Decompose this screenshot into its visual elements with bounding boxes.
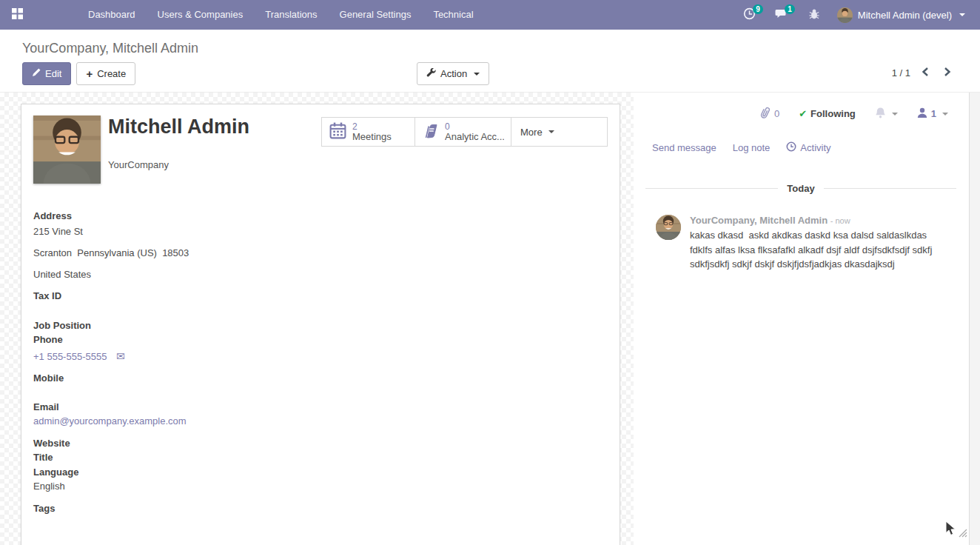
mobile-label: Mobile xyxy=(33,372,64,384)
chatter-panel: 0 ✔ Following 1 Send message xyxy=(634,93,969,545)
caret-down-icon xyxy=(959,13,965,16)
send-message-button[interactable]: Send message xyxy=(652,142,716,153)
more-label: More xyxy=(520,127,543,138)
chevron-left-icon xyxy=(921,67,930,79)
language-label: Language xyxy=(33,467,78,478)
contact-photo[interactable] xyxy=(33,116,101,184)
page: Dashboard Users & Companies Translations… xyxy=(0,0,980,545)
message-avatar xyxy=(656,215,681,240)
street-value: 215 Vine St xyxy=(33,225,83,238)
date-divider: Today xyxy=(645,183,956,194)
menu-technical[interactable]: Technical xyxy=(422,0,484,30)
tags-label: Tags xyxy=(33,503,55,514)
menu-users-companies[interactable]: Users & Companies xyxy=(147,0,255,30)
pager-value: 1 / 1 xyxy=(892,67,910,78)
resize-grip[interactable] xyxy=(956,526,967,540)
book-icon xyxy=(422,122,440,142)
bug-icon xyxy=(808,8,820,22)
menu-translations[interactable]: Translations xyxy=(254,0,328,30)
following-button[interactable]: ✔ Following xyxy=(799,108,856,119)
user-avatar xyxy=(837,7,853,23)
wrench-icon xyxy=(426,68,436,80)
meetings-label: Meetings xyxy=(352,132,392,142)
title-label: Title xyxy=(33,452,53,463)
user-menu[interactable]: Mitchell Admin (devel) xyxy=(833,0,970,30)
chatter-message: YourCompany, Mitchell Admin - now kakas … xyxy=(656,215,950,272)
analytic-accounts-stat-button[interactable]: 0 Analytic Acc... xyxy=(415,118,511,146)
user-name: Mitchell Admin (devel) xyxy=(858,10,952,21)
main-menu-bar: Dashboard Users & Companies Translations… xyxy=(77,0,485,30)
contact-name: Mitchell Admin xyxy=(108,116,249,138)
message-author[interactable]: YourCompany, Mitchell Admin xyxy=(690,215,828,226)
followers-icon xyxy=(917,107,927,121)
phone-link[interactable]: +1 555-555-5555 xyxy=(33,351,107,362)
more-dropdown-button[interactable]: More xyxy=(511,118,563,146)
attachments-button[interactable]: 0 xyxy=(759,106,779,121)
attachments-count: 0 xyxy=(774,108,779,119)
create-button-label: Create xyxy=(97,68,126,79)
pager-previous-button[interactable] xyxy=(918,65,933,81)
activities-systray-button[interactable]: 9 xyxy=(736,0,762,30)
chatter-actions: Send message Log note Activity xyxy=(652,141,831,154)
breadcrumb[interactable]: YourCompany, Mitchell Admin xyxy=(22,41,198,56)
address-label: Address xyxy=(33,210,72,221)
top-navbar: Dashboard Users & Companies Translations… xyxy=(0,0,980,30)
analytic-accounts-count: 0 xyxy=(445,121,504,132)
apps-menu-icon xyxy=(11,7,24,22)
check-icon: ✔ xyxy=(799,108,807,119)
website-label: Website xyxy=(33,438,70,449)
messages-count-badge: 1 xyxy=(785,4,796,14)
stat-button-box: 2 Meetings 0 Analytic Acc... More xyxy=(321,117,608,147)
meetings-count: 2 xyxy=(352,121,392,132)
edit-button[interactable]: Edit xyxy=(22,62,71,85)
paperclip-icon xyxy=(759,106,771,121)
control-panel: YourCompany, Mitchell Admin Edit + Creat… xyxy=(0,30,980,93)
message-timestamp: - now xyxy=(830,216,850,225)
email-link[interactable]: admin@yourcompany.example.com xyxy=(33,415,187,427)
meetings-stat-button[interactable]: 2 Meetings xyxy=(322,118,415,146)
action-dropdown-button[interactable]: Action xyxy=(417,62,489,85)
pencil-icon xyxy=(32,68,41,79)
menu-general-settings[interactable]: General Settings xyxy=(329,0,423,30)
divider-line xyxy=(824,188,956,189)
analytic-accounts-label: Analytic Acc... xyxy=(445,132,504,142)
message-body: kakas dkasd askd akdkas daskd ksa dalsd … xyxy=(690,228,950,272)
chatter-topbar: 0 ✔ Following 1 xyxy=(759,106,948,121)
job-position-label: Job Position xyxy=(33,320,91,331)
schedule-activity-button[interactable]: Activity xyxy=(786,141,830,154)
message-content: YourCompany, Mitchell Admin - now kakas … xyxy=(690,215,950,272)
phone-label: Phone xyxy=(33,334,63,345)
right-gutter xyxy=(969,93,980,545)
caret-down-icon xyxy=(892,113,898,116)
contact-company-link[interactable]: YourCompany xyxy=(108,159,169,170)
chevron-right-icon xyxy=(943,67,952,79)
tax-id-label: Tax ID xyxy=(33,290,61,301)
messages-systray-button[interactable]: 1 xyxy=(768,0,796,30)
activities-count-badge: 9 xyxy=(753,4,764,14)
control-panel-buttons: Edit + Create xyxy=(22,62,135,85)
divider-line xyxy=(645,188,778,189)
pager: 1 / 1 xyxy=(892,65,955,81)
email-label: Email xyxy=(33,401,59,412)
create-button[interactable]: + Create xyxy=(76,62,135,85)
calendar-icon xyxy=(329,121,347,142)
plus-icon: + xyxy=(86,69,93,78)
log-note-button[interactable]: Log note xyxy=(733,142,771,153)
following-label: Following xyxy=(810,108,856,119)
date-divider-label: Today xyxy=(787,183,814,194)
country-value: United States xyxy=(33,268,91,281)
subscription-dropdown[interactable] xyxy=(875,107,898,121)
menu-dashboard[interactable]: Dashboard xyxy=(77,0,147,30)
systray: 9 1 Mitchell Admin (devel) xyxy=(736,0,980,30)
activity-label: Activity xyxy=(800,142,830,153)
apps-menu-button[interactable] xyxy=(0,0,34,30)
envelope-icon[interactable]: ✉ xyxy=(116,350,125,362)
contact-form-sheet: Mitchell Admin YourCompany 2 Meetings 0 … xyxy=(21,104,620,545)
caret-down-icon xyxy=(548,130,554,133)
pager-next-button[interactable] xyxy=(940,65,955,81)
edit-button-label: Edit xyxy=(45,68,61,79)
debug-systray-button[interactable] xyxy=(802,0,827,30)
followers-button[interactable]: 1 xyxy=(917,107,948,121)
followers-count: 1 xyxy=(931,108,936,119)
caret-down-icon xyxy=(942,113,948,116)
